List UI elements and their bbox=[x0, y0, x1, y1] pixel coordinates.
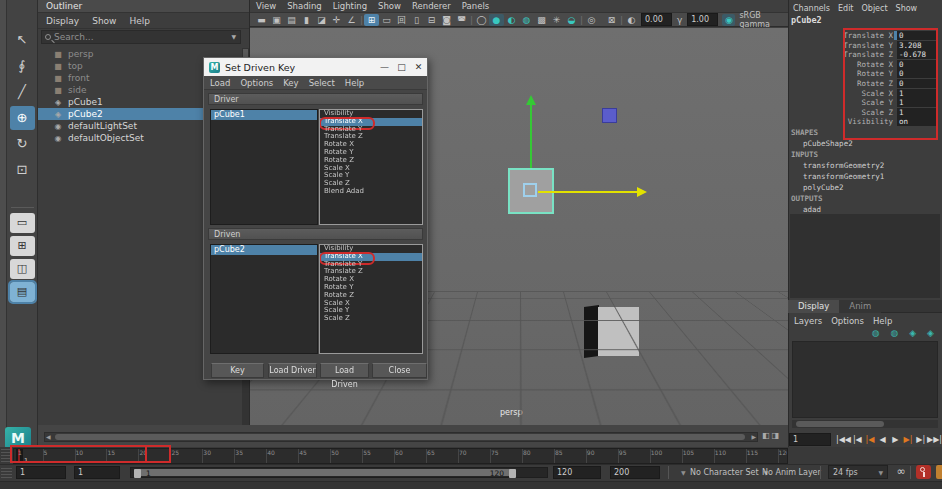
menu-item[interactable]: Channels bbox=[793, 4, 830, 13]
scroll-thumb[interactable] bbox=[55, 434, 745, 440]
menu-item[interactable]: Edit bbox=[838, 4, 854, 13]
driven-attr-list[interactable]: VisibilityTranslate XTranslate YTranslat… bbox=[319, 244, 423, 354]
menu-item[interactable]: Key bbox=[283, 78, 298, 88]
playback-end-field[interactable]: 120 bbox=[553, 466, 601, 479]
horizontal-scrollbar[interactable]: ◀ ▶ bbox=[44, 432, 758, 442]
channel-value-field[interactable]: 1 bbox=[897, 89, 937, 98]
toolbar-icon[interactable]: ▯ bbox=[409, 14, 424, 26]
driver-object[interactable]: pCube1 bbox=[211, 110, 317, 120]
range-end-handle[interactable] bbox=[509, 469, 516, 478]
layout-button[interactable]: ◫ bbox=[10, 259, 35, 279]
toolbar-icon[interactable]: ⊠ bbox=[604, 14, 619, 26]
animation-end-field[interactable]: 200 bbox=[610, 466, 660, 479]
channel-row[interactable]: Scale X1 bbox=[789, 89, 941, 98]
range-slider[interactable]: 1 120 bbox=[130, 467, 548, 478]
layer-create-icons[interactable]: ◍ ◍ ◈ ◈ bbox=[788, 328, 938, 338]
key-button[interactable]: Key bbox=[211, 363, 264, 378]
range-slider-grip[interactable] bbox=[1, 467, 12, 478]
playback-button[interactable]: |◀◀ bbox=[836, 432, 851, 447]
toolbar-icon[interactable]: ✳ bbox=[549, 14, 564, 26]
scroll-left-icon[interactable]: ◀ bbox=[46, 433, 51, 441]
channel-value-field[interactable]: 0 bbox=[897, 79, 937, 88]
menu-item[interactable]: Load bbox=[210, 78, 230, 88]
chevron-down-icon[interactable]: ▼ bbox=[231, 33, 236, 40]
toolbar-icon[interactable]: 回 bbox=[394, 14, 409, 26]
channel-row[interactable]: Rotate Z0 bbox=[789, 79, 941, 88]
channel-section-item[interactable]: polyCube2 bbox=[803, 183, 844, 192]
toolbox-tool[interactable]: ↖ bbox=[10, 28, 35, 52]
toolbar-icon[interactable]: ▭ bbox=[379, 14, 394, 26]
scrollbar[interactable] bbox=[792, 420, 938, 428]
toolbar-icon[interactable]: ◒ bbox=[564, 14, 579, 26]
exposure-field[interactable]: 0.00 bbox=[641, 13, 672, 26]
menu-item[interactable]: Display bbox=[46, 16, 79, 26]
channel-value-field[interactable]: 0 bbox=[897, 31, 937, 40]
toolbar-icon[interactable]: ▮ bbox=[299, 14, 314, 26]
menu-item[interactable]: Options bbox=[831, 316, 864, 326]
timeline-track[interactable]: 1 15101520253035404550556065707580859095… bbox=[13, 448, 788, 464]
toolbar-icon[interactable]: ✛ bbox=[329, 14, 344, 26]
menu-item[interactable]: Renderer bbox=[412, 1, 451, 11]
toolbar-icon[interactable]: ◙ bbox=[439, 14, 454, 26]
character-set-caret[interactable]: ▼ bbox=[676, 466, 686, 479]
toolbar-icon[interactable]: ⊟ bbox=[424, 14, 439, 26]
toolbox-tool[interactable]: ╱ bbox=[10, 80, 35, 104]
menu-item[interactable]: Show bbox=[378, 1, 401, 11]
toolbar-icon[interactable]: ◚ bbox=[454, 14, 469, 26]
channel-value-field[interactable]: 1 bbox=[897, 108, 937, 117]
minimize-button[interactable]: — bbox=[376, 62, 393, 72]
menu-item[interactable]: Layers bbox=[794, 316, 822, 326]
fps-select[interactable]: 24 fps▼ bbox=[828, 465, 888, 479]
channel-section-item[interactable]: adad bbox=[803, 205, 821, 214]
animation-start-field[interactable]: 1 bbox=[16, 466, 66, 479]
layout-button[interactable]: ▭ bbox=[10, 213, 35, 233]
pcube1-object[interactable] bbox=[602, 108, 617, 123]
toolbox-tool[interactable]: ↻ bbox=[10, 132, 35, 156]
menu-item[interactable]: Shading bbox=[287, 1, 322, 11]
channel-section-item[interactable]: transformGeometry1 bbox=[803, 172, 884, 181]
menu-item[interactable]: Select bbox=[309, 78, 335, 88]
menu-item[interactable]: Help bbox=[345, 78, 364, 88]
toolbox-tool[interactable]: ⊡ bbox=[10, 158, 35, 182]
channel-row[interactable]: Rotate Y0 bbox=[789, 69, 941, 78]
playback-start-field[interactable]: 1 bbox=[74, 466, 120, 479]
toolbar-icon[interactable]: ◪ bbox=[314, 14, 329, 26]
toolbar-icon[interactable]: ▣ bbox=[269, 14, 284, 26]
playback-button[interactable]: ▶ bbox=[889, 432, 902, 447]
anim-layer-select[interactable]: No Anim Layer bbox=[762, 466, 821, 479]
toolbar-icon[interactable]: ◍ bbox=[519, 14, 534, 26]
move-manipulator-x-axis[interactable] bbox=[538, 191, 642, 193]
search-input[interactable]: Search... ▼ bbox=[41, 30, 241, 44]
channel-row[interactable]: Rotate X0 bbox=[789, 60, 941, 69]
time-slider-grip[interactable] bbox=[1, 449, 12, 462]
channel-row[interactable]: Translate Y3.208 bbox=[789, 41, 941, 50]
channel-value-field[interactable]: on bbox=[897, 117, 937, 126]
range-start-handle[interactable] bbox=[134, 469, 141, 478]
driven-object-list[interactable]: pCube2 bbox=[210, 244, 318, 354]
dialog-titlebar[interactable]: M Set Driven Key — □ ✕ bbox=[204, 58, 427, 76]
maximize-button[interactable]: □ bbox=[393, 62, 410, 72]
close-button[interactable]: ✕ bbox=[410, 62, 427, 72]
range-slider-bar[interactable]: 1 120 bbox=[134, 469, 516, 476]
layer-tab[interactable]: Display bbox=[788, 300, 839, 313]
playback-loop-icon[interactable]: ∞ bbox=[894, 465, 908, 479]
channel-row[interactable]: Translate X0 bbox=[789, 31, 941, 40]
layer-tab[interactable]: Anim bbox=[839, 300, 881, 313]
toolbox-tool[interactable]: ∮ bbox=[10, 54, 35, 78]
channel-row[interactable]: Scale Y1 bbox=[789, 98, 941, 107]
layer-list[interactable] bbox=[792, 341, 938, 418]
pane-buttons[interactable]: ◧◨ bbox=[762, 431, 786, 443]
layout-button[interactable]: ⊞ bbox=[10, 236, 35, 256]
channel-row[interactable]: Translate Z-0.678 bbox=[789, 50, 941, 59]
channel-row[interactable]: Scale Z1 bbox=[789, 108, 941, 117]
menu-item[interactable]: Help bbox=[129, 16, 150, 26]
load-driver-button[interactable]: Load Driver bbox=[268, 363, 317, 378]
menu-item[interactable]: Show bbox=[92, 16, 116, 26]
menu-item[interactable]: Options bbox=[240, 78, 273, 88]
channel-value-field[interactable]: 0 bbox=[897, 60, 937, 69]
view-transform-select[interactable]: sRGB gamma bbox=[739, 11, 788, 29]
toolbox-tool[interactable]: ⊕ bbox=[10, 106, 35, 130]
toolbar-icon[interactable]: ▤ bbox=[284, 14, 299, 26]
toolbar-icon[interactable]: ▬ bbox=[254, 14, 269, 26]
channel-section-item[interactable]: pCubeShape2 bbox=[803, 139, 853, 148]
